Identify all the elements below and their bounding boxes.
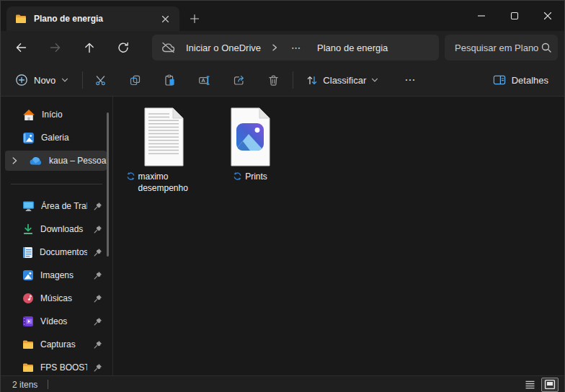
- tab-bar: Plano de energia: [1, 1, 564, 31]
- sidebar-item-downloads[interactable]: Downloads: [5, 219, 107, 239]
- sync-icon: [126, 172, 135, 181]
- search-input[interactable]: [455, 43, 540, 53]
- arrow-left-icon: [14, 41, 27, 54]
- scissors-icon: [94, 74, 107, 86]
- onedrive-icon: [29, 156, 43, 166]
- rename-icon: A: [198, 74, 210, 86]
- breadcrumb-item-collapsed[interactable]: ⋯: [285, 41, 307, 55]
- close-button[interactable]: [531, 1, 564, 31]
- close-icon: [543, 12, 552, 20]
- sidebar-item-inicio[interactable]: Início: [5, 104, 107, 125]
- videos-icon: [22, 316, 34, 327]
- item-count: 2 itens: [12, 380, 37, 390]
- downloads-icon: [22, 223, 34, 235]
- onedrive-offline-icon: [161, 42, 176, 53]
- pin-icon: [94, 202, 102, 210]
- new-button[interactable]: Novo: [8, 68, 76, 92]
- back-button[interactable]: [7, 35, 35, 61]
- file-item-maximo-desempenho[interactable]: maximo desempenho: [122, 107, 205, 194]
- sidebar-item-area-de-trabalho[interactable]: Área de Trabalho: [5, 196, 107, 216]
- sidebar-item-kaua-pessoal[interactable]: kaua – Pessoal: [5, 151, 107, 171]
- text-document-icon: [141, 107, 186, 167]
- more-options-button[interactable]: ⋯: [396, 68, 424, 92]
- status-separator: [48, 380, 48, 389]
- share-button[interactable]: [223, 68, 254, 92]
- breadcrumb-item-current[interactable]: Plano de energia: [314, 41, 391, 55]
- sidebar-item-label: Área de Trabalho: [41, 201, 87, 211]
- tab-close-icon[interactable]: [156, 10, 174, 27]
- folder-icon: [22, 339, 34, 349]
- sidebar-item-label: Capturas: [40, 339, 87, 349]
- expander-chevron-icon[interactable]: [9, 156, 19, 165]
- paste-button[interactable]: [154, 68, 185, 92]
- window-controls: [465, 1, 564, 31]
- music-icon: [22, 293, 34, 304]
- main-area: Início Galeria kaua – Pessoal Área de Tr…: [1, 97, 564, 375]
- pin-icon: [94, 271, 102, 280]
- up-button[interactable]: [76, 35, 103, 61]
- breadcrumb-item-root[interactable]: Iniciar o OneDrive: [183, 41, 264, 55]
- details-view-button[interactable]: [521, 378, 538, 392]
- search-icon[interactable]: [540, 42, 552, 53]
- rename-button[interactable]: A: [188, 68, 220, 92]
- details-button-label: Detalhes: [512, 75, 548, 86]
- image-file-icon: [228, 107, 272, 167]
- toolbar-separator: [293, 71, 293, 89]
- arrow-right-icon: [49, 41, 62, 54]
- copy-button[interactable]: [119, 68, 151, 92]
- file-item-prints[interactable]: Prints: [208, 107, 292, 182]
- sort-button-label: Classificar: [323, 75, 366, 86]
- sidebar-item-documentos[interactable]: Documentos: [5, 242, 107, 262]
- share-icon: [233, 74, 245, 86]
- chevron-right-icon[interactable]: [271, 43, 278, 52]
- view-toggle-group: [521, 378, 559, 392]
- sidebar-item-galeria[interactable]: Galeria: [5, 128, 107, 148]
- svg-text:A: A: [201, 77, 205, 84]
- sidebar-item-label: Documentos: [40, 247, 87, 257]
- sidebar-divider: [11, 184, 102, 184]
- refresh-button[interactable]: [110, 35, 137, 61]
- tab-active[interactable]: Plano de energia: [6, 6, 179, 31]
- folder-content[interactable]: maximo desempenho: [113, 97, 564, 375]
- sync-icon: [233, 172, 242, 181]
- pin-icon: [94, 248, 102, 257]
- sidebar-item-label: FPS BOOST: [40, 362, 87, 373]
- trash-icon: [267, 74, 280, 86]
- status-bar: 2 itens: [1, 375, 564, 392]
- sidebar-item-imagens[interactable]: Imagens: [5, 265, 107, 285]
- new-button-label: Novo: [34, 75, 55, 86]
- sidebar-item-fps-boost[interactable]: FPS BOOST: [5, 357, 107, 378]
- command-bar: Novo A Classificar ⋯: [1, 64, 564, 97]
- desktop-icon: [22, 200, 35, 212]
- sidebar-item-label: Galeria: [41, 133, 94, 143]
- navigation-bar: Iniciar o OneDrive ⋯ Plano de energia: [1, 31, 564, 64]
- large-icons-view-button[interactable]: [541, 378, 559, 392]
- gallery-icon: [22, 132, 35, 144]
- pictures-icon: [22, 270, 34, 281]
- sidebar-item-videos[interactable]: Vídeos: [5, 311, 107, 331]
- sidebar-item-musicas[interactable]: Músicas: [5, 288, 107, 308]
- sidebar-item-label: Imagens: [40, 270, 87, 280]
- sort-button[interactable]: Classificar: [299, 68, 386, 92]
- sidebar-item-label: Vídeos: [40, 316, 87, 326]
- folder-icon: [15, 14, 27, 24]
- pin-icon: [94, 225, 102, 233]
- sidebar-item-label: Músicas: [40, 293, 87, 303]
- sidebar: Início Galeria kaua – Pessoal Área de Tr…: [1, 97, 113, 375]
- file-explorer-window: Plano de energia: [0, 0, 565, 392]
- minimize-button[interactable]: [465, 1, 498, 31]
- list-view-icon: [525, 380, 535, 390]
- maximize-icon: [510, 12, 519, 20]
- chevron-down-icon: [371, 76, 378, 84]
- sidebar-item-capturas[interactable]: Capturas: [5, 334, 107, 355]
- sidebar-scrollbar[interactable]: [107, 112, 109, 257]
- details-pane-button[interactable]: Detalhes: [486, 68, 556, 92]
- ellipsis-icon: ⋯: [404, 74, 416, 86]
- maximize-button[interactable]: [498, 1, 531, 31]
- forward-button[interactable]: [42, 35, 69, 61]
- cut-button[interactable]: [84, 68, 116, 92]
- new-tab-button[interactable]: [185, 10, 204, 27]
- home-icon: [22, 109, 35, 121]
- delete-button[interactable]: [257, 68, 289, 92]
- folder-icon: [22, 362, 34, 373]
